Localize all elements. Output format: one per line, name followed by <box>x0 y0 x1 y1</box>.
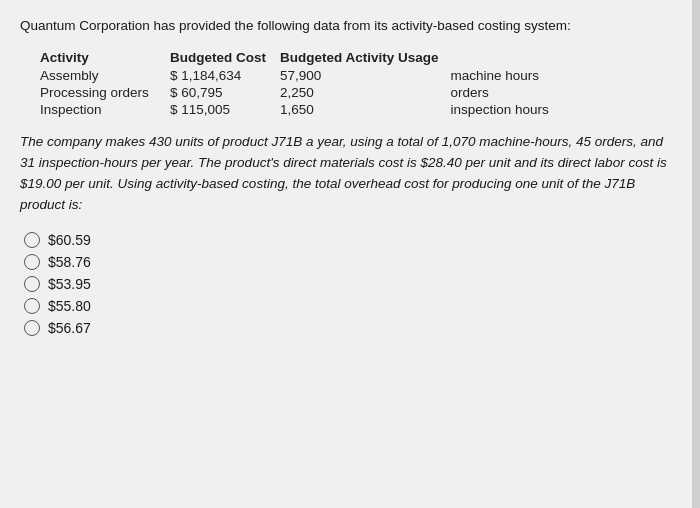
cell-budgeted-usage: 2,250 <box>280 84 451 101</box>
radio-circle[interactable] <box>24 298 40 314</box>
option-item[interactable]: $58.76 <box>24 254 680 270</box>
table-row: Inspection$ 115,0051,650inspection hours <box>40 101 591 118</box>
cell-budgeted-cost: $ 1,184,634 <box>170 67 280 84</box>
radio-circle[interactable] <box>24 276 40 292</box>
radio-circle[interactable] <box>24 232 40 248</box>
option-item[interactable]: $53.95 <box>24 276 680 292</box>
cell-budgeted-usage: 57,900 <box>280 67 451 84</box>
header-activity: Activity <box>40 48 170 67</box>
cell-activity: Assembly <box>40 67 170 84</box>
option-item[interactable]: $60.59 <box>24 232 680 248</box>
intro-text: Quantum Corporation has provided the fol… <box>20 16 680 36</box>
page-container: Quantum Corporation has provided the fol… <box>0 0 700 508</box>
options-container: $60.59$58.76$53.95$55.80$56.67 <box>20 232 680 336</box>
cell-budgeted-cost: $ 115,005 <box>170 101 280 118</box>
cell-budgeted-usage: 1,650 <box>280 101 451 118</box>
option-label: $56.67 <box>48 320 91 336</box>
activity-table: Activity Budgeted Cost Budgeted Activity… <box>40 48 591 118</box>
body-text: The company makes 430 units of product J… <box>20 132 680 216</box>
header-budgeted-cost: Budgeted Cost <box>170 48 280 67</box>
option-item[interactable]: $55.80 <box>24 298 680 314</box>
table-row: Assembly$ 1,184,63457,900machine hours <box>40 67 591 84</box>
option-label: $55.80 <box>48 298 91 314</box>
table-container: Activity Budgeted Cost Budgeted Activity… <box>20 48 680 118</box>
option-label: $58.76 <box>48 254 91 270</box>
option-label: $60.59 <box>48 232 91 248</box>
cell-activity: Processing orders <box>40 84 170 101</box>
header-unit <box>451 48 591 67</box>
table-row: Processing orders$ 60,7952,250orders <box>40 84 591 101</box>
cell-unit: orders <box>451 84 591 101</box>
right-edge-bar <box>692 0 700 508</box>
header-budgeted-usage: Budgeted Activity Usage <box>280 48 451 67</box>
cell-unit: inspection hours <box>451 101 591 118</box>
cell-activity: Inspection <box>40 101 170 118</box>
radio-circle[interactable] <box>24 320 40 336</box>
cell-budgeted-cost: $ 60,795 <box>170 84 280 101</box>
radio-circle[interactable] <box>24 254 40 270</box>
option-item[interactable]: $56.67 <box>24 320 680 336</box>
option-label: $53.95 <box>48 276 91 292</box>
cell-unit: machine hours <box>451 67 591 84</box>
